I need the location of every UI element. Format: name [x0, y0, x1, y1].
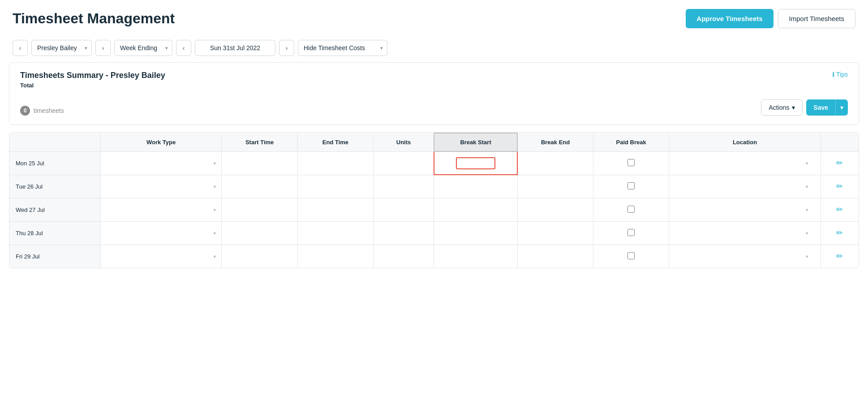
- cell-endtime-mon: [297, 151, 373, 175]
- date-display: Sun 31st Jul 2022: [195, 40, 275, 56]
- breakstart-input-mon[interactable]: [456, 157, 495, 169]
- summary-total-label: Total: [20, 82, 848, 89]
- location-select-mon[interactable]: [681, 160, 809, 167]
- info-icon: ℹ: [832, 71, 834, 78]
- col-header-units: Units: [374, 133, 434, 151]
- cell-breakend-wed: [517, 198, 593, 221]
- next-employee-button[interactable]: ›: [95, 40, 111, 56]
- cell-breakstart-thu: [434, 221, 517, 245]
- worktype-select-fri[interactable]: [105, 253, 217, 260]
- cell-location-tue: ▾: [669, 175, 821, 198]
- edit-icon-tue[interactable]: ✏: [836, 182, 843, 191]
- table-row: Fri 29 Jul ▾: [9, 245, 859, 268]
- paidbreak-checkbox-fri[interactable]: [627, 252, 635, 259]
- paidbreak-checkbox-thu[interactable]: [627, 229, 635, 236]
- row-day-mon: Mon 25 Jul: [9, 151, 100, 175]
- cell-breakend-thu: [517, 221, 593, 245]
- employee-select[interactable]: Presley Bailey: [31, 40, 92, 56]
- summary-card: Timesheets Summary - Presley Bailey ℹ Ti…: [9, 62, 859, 125]
- chevron-left-icon: ‹: [19, 44, 21, 52]
- cell-paidbreak-mon: [593, 151, 669, 175]
- edit-icon-mon[interactable]: ✏: [836, 159, 843, 168]
- cell-paidbreak-fri: [593, 245, 669, 268]
- col-header-worktype: Work Type: [100, 133, 222, 151]
- paidbreak-checkbox-tue[interactable]: [627, 182, 635, 189]
- edit-icon-fri[interactable]: ✏: [836, 252, 843, 261]
- header-actions: Approve Timesheets Import Timesheets: [686, 9, 855, 28]
- cell-units-thu: [374, 221, 434, 245]
- cell-breakstart-wed: [434, 198, 517, 221]
- col-header-action: [821, 133, 859, 151]
- page-title: Timesheet Management: [13, 10, 175, 27]
- col-header-breakstart: Break Start: [434, 133, 517, 151]
- cell-location-thu: ▾: [669, 221, 821, 245]
- col-header-endtime: End Time: [297, 133, 373, 151]
- cell-worktype-fri: ▾: [100, 245, 222, 268]
- tips-link[interactable]: ℹ Tips: [832, 71, 848, 78]
- approve-timesheets-button[interactable]: Approve Timesheets: [686, 9, 773, 28]
- worktype-select-mon[interactable]: [105, 160, 217, 167]
- table-body: Mon 25 Jul ▾: [9, 151, 859, 268]
- cell-units-tue: [374, 175, 434, 198]
- cost-toggle-select[interactable]: Hide Timesheet Costs: [298, 40, 387, 56]
- cell-action-fri: ✏: [821, 245, 859, 268]
- save-button[interactable]: Save: [806, 99, 835, 116]
- filter-bar: ‹ Presley Bailey ▾ › Week Ending ▾ ‹ Sun…: [0, 35, 868, 62]
- col-header-location: Location: [669, 133, 821, 151]
- worktype-select-thu[interactable]: [105, 230, 217, 237]
- cell-starttime-mon: [222, 151, 297, 175]
- row-day-fri: Fri 29 Jul: [9, 245, 100, 268]
- cell-starttime-tue: [222, 175, 297, 198]
- next-date-button[interactable]: ›: [279, 40, 294, 56]
- cost-toggle-wrapper: Hide Timesheet Costs ▾: [298, 40, 387, 56]
- timesheets-count-badge: 0: [20, 106, 30, 116]
- chevron-right-date-icon: ›: [286, 44, 288, 52]
- cell-action-tue: ✏: [821, 175, 859, 198]
- cell-paidbreak-thu: [593, 221, 669, 245]
- location-select-tue[interactable]: [681, 183, 809, 190]
- cell-location-mon: ▾: [669, 151, 821, 175]
- paidbreak-checkbox-wed[interactable]: [627, 206, 635, 213]
- cell-worktype-thu: ▾: [100, 221, 222, 245]
- cell-breakend-tue: [517, 175, 593, 198]
- edit-icon-wed[interactable]: ✏: [836, 205, 843, 214]
- edit-icon-thu[interactable]: ✏: [836, 228, 843, 237]
- summary-actions: Actions ▾ Save ▾: [761, 99, 848, 116]
- cell-action-wed: ✏: [821, 198, 859, 221]
- cell-worktype-mon: ▾: [100, 151, 222, 175]
- cell-endtime-wed: [297, 198, 373, 221]
- chevron-right-icon: ›: [102, 44, 104, 52]
- prev-date-button[interactable]: ‹: [176, 40, 191, 56]
- cell-units-fri: [374, 245, 434, 268]
- import-timesheets-button[interactable]: Import Timesheets: [778, 9, 855, 28]
- row-day-wed: Wed 27 Jul: [9, 198, 100, 221]
- actions-chevron-icon: ▾: [792, 104, 795, 111]
- period-type-select[interactable]: Week Ending: [114, 40, 172, 56]
- paidbreak-checkbox-mon[interactable]: [627, 159, 635, 166]
- cell-starttime-thu: [222, 221, 297, 245]
- table-row: Thu 28 Jul ▾: [9, 221, 859, 245]
- worktype-select-wed[interactable]: [105, 207, 217, 213]
- cell-starttime-wed: [222, 198, 297, 221]
- col-header-breakend: Break End: [517, 133, 593, 151]
- timesheet-table: Work Type Start Time End Time Units Brea…: [9, 133, 859, 268]
- save-button-group: Save ▾: [806, 99, 848, 116]
- cell-action-mon: ✏: [821, 151, 859, 175]
- cell-location-wed: ▾: [669, 198, 821, 221]
- cell-paidbreak-tue: [593, 175, 669, 198]
- cell-worktype-tue: ▾: [100, 175, 222, 198]
- summary-title: Timesheets Summary - Presley Bailey: [20, 71, 165, 80]
- cell-units-wed: [374, 198, 434, 221]
- col-header-paidbreak: Paid Break: [593, 133, 669, 151]
- row-day-tue: Tue 26 Jul: [9, 175, 100, 198]
- save-dropdown-button[interactable]: ▾: [835, 99, 848, 116]
- location-select-thu[interactable]: [681, 230, 809, 237]
- actions-button[interactable]: Actions ▾: [761, 99, 803, 116]
- prev-employee-button[interactable]: ‹: [13, 40, 28, 56]
- cell-endtime-thu: [297, 221, 373, 245]
- worktype-select-tue[interactable]: [105, 183, 217, 190]
- cell-endtime-fri: [297, 245, 373, 268]
- cell-breakstart-mon: [434, 151, 517, 175]
- location-select-wed[interactable]: [681, 207, 809, 213]
- location-select-fri[interactable]: [681, 253, 809, 260]
